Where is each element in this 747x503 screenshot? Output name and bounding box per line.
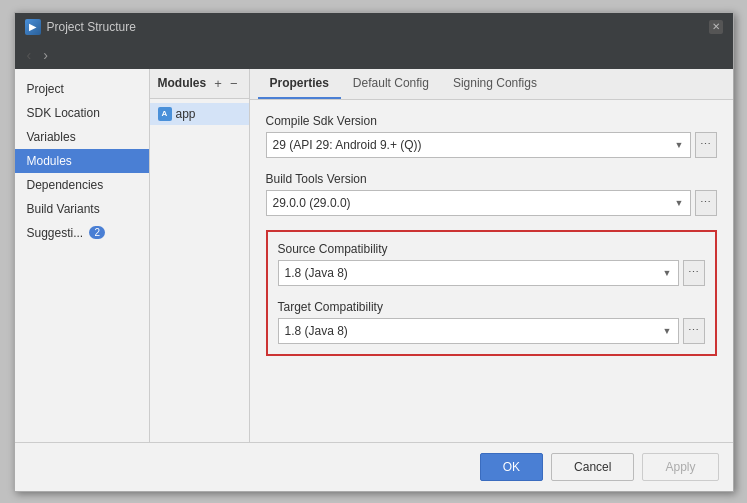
sidebar: Project SDK Location Variables Modules D…: [15, 69, 150, 442]
ok-button[interactable]: OK: [480, 453, 543, 481]
content-area: Properties Default Config Signing Config…: [250, 69, 733, 442]
modules-header: Modules + −: [150, 69, 249, 99]
bottom-bar: OK Cancel Apply: [15, 442, 733, 491]
compile-sdk-edit-button[interactable]: ⋯: [695, 132, 717, 158]
source-compat-edit-button[interactable]: ⋯: [683, 260, 705, 286]
build-tools-group: Build Tools Version 29.0.0 (29.0.0) ▼ ⋯: [266, 172, 717, 216]
build-tools-row: 29.0.0 (29.0.0) ▼ ⋯: [266, 190, 717, 216]
modules-panel: Modules + − A app: [150, 69, 250, 442]
build-tools-dropdown[interactable]: 29.0.0 (29.0.0) ▼: [266, 190, 691, 216]
sidebar-item-project[interactable]: Project: [15, 77, 149, 101]
add-module-button[interactable]: +: [211, 75, 225, 92]
project-structure-dialog: ▶ Project Structure ✕ ‹ › Project SDK Lo…: [14, 12, 734, 492]
source-compat-group: Source Compatibility 1.8 (Java 8) ▼ ⋯: [278, 242, 705, 286]
title-bar: ▶ Project Structure ✕: [15, 13, 733, 41]
apply-button[interactable]: Apply: [642, 453, 718, 481]
modules-actions: + −: [211, 75, 240, 92]
remove-module-button[interactable]: −: [227, 75, 241, 92]
sidebar-item-variables[interactable]: Variables: [15, 125, 149, 149]
compile-sdk-dropdown[interactable]: 29 (API 29: Android 9.+ (Q)) ▼: [266, 132, 691, 158]
source-compat-label: Source Compatibility: [278, 242, 705, 256]
cancel-button[interactable]: Cancel: [551, 453, 634, 481]
module-icon: A: [158, 107, 172, 121]
sidebar-item-suggestions[interactable]: Suggesti... 2: [15, 221, 149, 245]
sidebar-item-build-variants[interactable]: Build Variants: [15, 197, 149, 221]
compile-sdk-row: 29 (API 29: Android 9.+ (Q)) ▼ ⋯: [266, 132, 717, 158]
compile-sdk-group: Compile Sdk Version 29 (API 29: Android …: [266, 114, 717, 158]
target-compat-label: Target Compatibility: [278, 300, 705, 314]
title-controls: ✕: [709, 20, 723, 34]
suggestions-badge: 2: [89, 226, 105, 239]
tab-signing-configs[interactable]: Signing Configs: [441, 69, 549, 99]
chevron-down-icon: ▼: [663, 268, 672, 278]
title-bar-left: ▶ Project Structure: [25, 19, 136, 35]
module-list: A app: [150, 99, 249, 129]
source-compat-row: 1.8 (Java 8) ▼ ⋯: [278, 260, 705, 286]
compatibility-section: Source Compatibility 1.8 (Java 8) ▼ ⋯: [266, 230, 717, 356]
close-button[interactable]: ✕: [709, 20, 723, 34]
sidebar-item-dependencies[interactable]: Dependencies: [15, 173, 149, 197]
source-compat-dropdown[interactable]: 1.8 (Java 8) ▼: [278, 260, 679, 286]
chevron-down-icon: ▼: [675, 140, 684, 150]
dialog-title: Project Structure: [47, 20, 136, 34]
app-icon: ▶: [25, 19, 41, 35]
tab-properties[interactable]: Properties: [258, 69, 341, 99]
back-button[interactable]: ‹: [23, 45, 36, 65]
target-compat-edit-button[interactable]: ⋯: [683, 318, 705, 344]
tab-default-config[interactable]: Default Config: [341, 69, 441, 99]
forward-button[interactable]: ›: [39, 45, 52, 65]
target-compat-row: 1.8 (Java 8) ▼ ⋯: [278, 318, 705, 344]
target-compat-group: Target Compatibility 1.8 (Java 8) ▼ ⋯: [278, 300, 705, 344]
compile-sdk-label: Compile Sdk Version: [266, 114, 717, 128]
sidebar-item-modules[interactable]: Modules: [15, 149, 149, 173]
chevron-down-icon: ▼: [663, 326, 672, 336]
properties-area: Compile Sdk Version 29 (API 29: Android …: [250, 100, 733, 442]
middle-content: Project SDK Location Variables Modules D…: [15, 69, 733, 442]
modules-title: Modules: [158, 76, 207, 90]
build-tools-label: Build Tools Version: [266, 172, 717, 186]
sidebar-item-sdk-location[interactable]: SDK Location: [15, 101, 149, 125]
target-compat-dropdown[interactable]: 1.8 (Java 8) ▼: [278, 318, 679, 344]
build-tools-edit-button[interactable]: ⋯: [695, 190, 717, 216]
nav-bar: ‹ ›: [15, 41, 733, 69]
list-item[interactable]: A app: [150, 103, 249, 125]
tabs-row: Properties Default Config Signing Config…: [250, 69, 733, 100]
chevron-down-icon: ▼: [675, 198, 684, 208]
right-panel: Modules + − A app: [150, 69, 733, 442]
